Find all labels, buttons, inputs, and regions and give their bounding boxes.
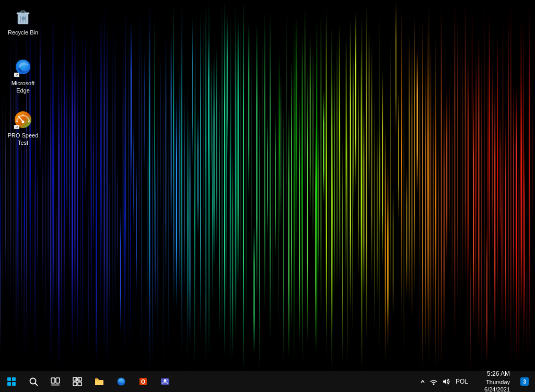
taskbar-right: POL 5:26 AM Thursday 6/24/2021 3 <box>419 370 535 392</box>
sound-icon[interactable] <box>441 378 451 385</box>
speed-test-icon: ↗ <box>13 109 33 130</box>
taskbar-office-button[interactable]: O <box>133 371 154 392</box>
taskbar-edge-button[interactable] <box>111 371 132 392</box>
svg-rect-30 <box>78 382 82 386</box>
desktop: ♻ Recycle Bin <box>0 0 535 371</box>
svg-text:♻: ♻ <box>21 16 25 21</box>
system-tray-chevron[interactable] <box>419 379 426 384</box>
clock-area[interactable]: 5:26 AM Thursday 6/24/2021 <box>472 370 514 392</box>
taskbar: O <box>0 371 535 392</box>
notification-button[interactable]: 3 <box>516 371 533 392</box>
edge-icon: ↗ <box>13 57 33 78</box>
wallpaper <box>0 0 535 371</box>
widgets-button[interactable] <box>67 371 88 392</box>
svg-rect-26 <box>51 384 60 386</box>
language-indicator[interactable]: POL <box>453 378 470 385</box>
edge-label: Microsoft Edge <box>6 79 40 95</box>
svg-rect-24 <box>51 378 55 383</box>
recycle-bin-label: Recycle Bin <box>8 29 38 36</box>
clock-day: Thursday <box>486 378 510 386</box>
search-button[interactable] <box>23 371 44 392</box>
taskbar-left: O <box>0 371 419 392</box>
desktop-icon-speed-test[interactable]: ↗ PRO Speed Test <box>4 107 42 149</box>
svg-rect-29 <box>73 382 77 386</box>
svg-text:↗: ↗ <box>15 73 18 77</box>
taskbar-teams-button[interactable] <box>155 371 176 392</box>
start-button[interactable] <box>1 371 22 392</box>
svg-text:3: 3 <box>523 379 526 385</box>
network-icon[interactable] <box>428 378 439 385</box>
svg-rect-21 <box>12 382 16 386</box>
clock-date: 6/24/2021 <box>484 386 510 392</box>
speed-test-label: PRO Speed Test <box>6 132 40 147</box>
desktop-icon-edge[interactable]: ↗ Microsoft Edge <box>4 55 42 97</box>
svg-point-39 <box>166 378 168 381</box>
svg-line-23 <box>35 383 38 386</box>
desktop-icon-recycle-bin[interactable]: ♻ Recycle Bin <box>4 4 42 38</box>
task-view-button[interactable] <box>45 371 66 392</box>
svg-rect-25 <box>56 378 60 383</box>
svg-rect-18 <box>7 377 11 381</box>
svg-point-12 <box>22 121 25 123</box>
svg-point-40 <box>433 384 434 385</box>
svg-rect-19 <box>12 377 16 381</box>
svg-text:O: O <box>141 378 146 385</box>
file-explorer-button[interactable] <box>89 371 110 392</box>
clock-time: 5:26 AM <box>487 370 510 378</box>
recycle-bin-icon: ♻ <box>13 6 33 27</box>
svg-rect-33 <box>95 381 103 385</box>
svg-rect-20 <box>7 382 11 386</box>
svg-text:↗: ↗ <box>15 125 18 129</box>
svg-rect-5 <box>21 11 25 13</box>
svg-point-38 <box>164 379 167 382</box>
